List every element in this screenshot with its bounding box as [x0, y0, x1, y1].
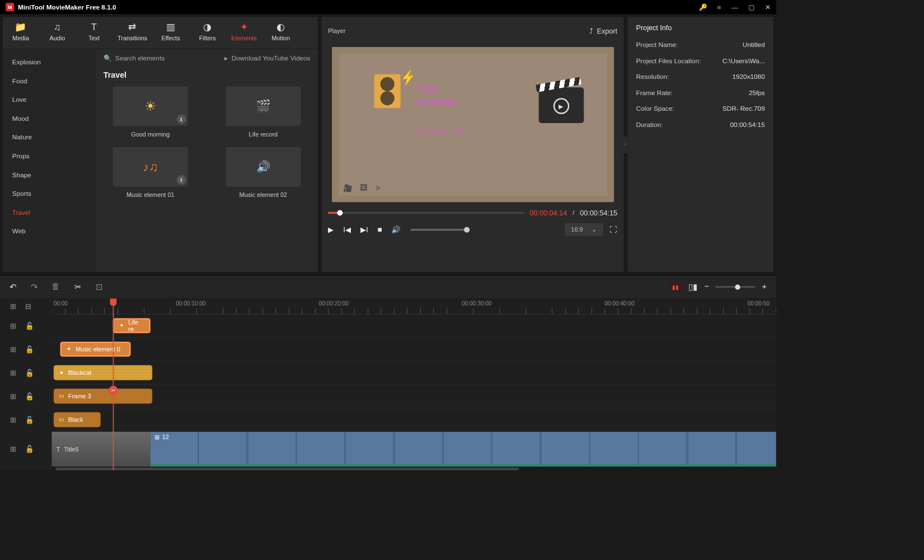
fullscreen-button[interactable]: ⛶	[609, 225, 617, 234]
clip-video-12[interactable]: ⊞12	[151, 432, 776, 467]
time-ruler[interactable]: 00:00 00:00:10:00 00:00:20:00 00:00:30:0…	[51, 298, 776, 314]
category-props[interactable]: Props	[3, 147, 96, 166]
clip-frame3[interactable]: ▭Frame 3	[54, 389, 152, 404]
preview-viewport[interactable]: ⚡ Your text here Your text here ▶ 🎥 🖼 ⪢	[332, 47, 614, 202]
element-life-record[interactable]: 🎬 Life record	[216, 87, 310, 138]
tab-effects[interactable]: ▥Effects	[157, 22, 184, 42]
track-area[interactable]: 00:00 00:00:10:00 00:00:20:00 00:00:30:0…	[51, 298, 776, 470]
category-list[interactable]: Explosion Food Love Mood Nature Props Sh…	[3, 49, 96, 272]
star-icon: ✦	[118, 322, 125, 329]
category-food[interactable]: Food	[3, 72, 96, 91]
category-nature[interactable]: Nature	[3, 128, 96, 147]
collapse-tracks-icon[interactable]: ⊟	[25, 302, 31, 310]
zoom-out-button[interactable]: −	[704, 282, 709, 292]
timeline: ⊞ ⊟ ⊞🔓 ⊞🔓 ⊞🔓 ⊞🔓 ⊞🔓 ⊞🔓 00:00 00:00:10:00 …	[0, 298, 776, 470]
section-title: Travel	[104, 70, 311, 80]
tab-audio[interactable]: ♫Audio	[44, 22, 71, 42]
volume-icon[interactable]: 🔊	[391, 225, 401, 234]
play-button[interactable]: ▶	[328, 225, 334, 234]
tab-filters[interactable]: ◑Filters	[194, 22, 221, 42]
clip-life-record[interactable]: ✦Life re	[113, 318, 151, 333]
zoom-in-button[interactable]: +	[762, 282, 767, 292]
chevron-down-icon: ⌄	[592, 226, 597, 233]
tab-motion[interactable]: ◐Motion	[268, 22, 294, 42]
tab-media[interactable]: 📁Media	[7, 22, 34, 42]
snap-button[interactable]: ▯▮	[688, 282, 698, 292]
minimize-icon[interactable]: —	[731, 3, 738, 11]
maximize-icon[interactable]: ▢	[748, 3, 754, 11]
split-indicator-icon: ✂	[109, 386, 118, 396]
track-head-ruler: ⊞ ⊟	[0, 298, 51, 314]
category-sports[interactable]: Sports	[3, 184, 96, 203]
app-title: MiniTool MovieMaker Free 8.1.0	[18, 3, 116, 11]
download-icon[interactable]: ⬇	[177, 115, 186, 124]
playback-progress[interactable]	[328, 211, 524, 213]
add-track-icon[interactable]: ⊞	[10, 302, 16, 310]
close-icon[interactable]: ✕	[765, 3, 771, 11]
clip-music-element[interactable]: ✦Music element 0	[60, 342, 131, 357]
aspect-ratio-select[interactable]: 16:9 ⌄	[565, 223, 603, 236]
clip-blackcat[interactable]: ●Blackcat	[54, 365, 152, 380]
collapse-info-button[interactable]: ›	[623, 136, 627, 153]
player-label: Player	[328, 27, 345, 34]
playhead[interactable]: ✂	[113, 298, 114, 470]
film-icon: ⊞	[154, 434, 160, 441]
unlock-icon[interactable]: 🔓	[25, 345, 34, 354]
split-button[interactable]: ✂	[74, 282, 82, 292]
category-shape[interactable]: Shape	[3, 166, 96, 185]
category-travel[interactable]: Travel	[3, 203, 96, 222]
frame-icon: ▭	[58, 392, 65, 399]
tab-transitions[interactable]: ⇄Transitions	[118, 22, 147, 42]
stop-button[interactable]: ■	[377, 225, 382, 234]
unlock-icon[interactable]: 🔓	[25, 416, 34, 424]
export-button[interactable]: ⤴ Export	[589, 26, 617, 34]
category-mood[interactable]: Mood	[3, 109, 96, 128]
key-icon[interactable]: 🔑	[699, 3, 707, 11]
prev-frame-button[interactable]: I◀	[343, 225, 351, 234]
element-music-01[interactable]: ♪♫⬇ Music element 01	[104, 147, 198, 199]
category-web[interactable]: Web	[3, 222, 96, 241]
next-frame-button[interactable]: ▶I	[360, 225, 368, 234]
timeline-scrollbar[interactable]	[51, 467, 776, 470]
preview-text-1: Your text here	[418, 83, 457, 108]
crop-button[interactable]: ⊡	[96, 282, 103, 292]
elements-area: 🔍 Search elements ▸ Download YouTube Vid…	[96, 49, 317, 272]
volume-slider[interactable]	[410, 229, 467, 230]
category-explosion[interactable]: Explosion	[3, 53, 96, 72]
category-love[interactable]: Love	[3, 90, 96, 109]
unlock-icon[interactable]: 🔓	[25, 322, 34, 330]
menu-icon[interactable]: ≡	[717, 3, 721, 11]
video-track[interactable]: TTitle5 ⊞12	[51, 432, 776, 467]
track-head-video: ⊞🔓	[0, 432, 51, 467]
video-icon: ⊞	[10, 445, 16, 453]
unlock-icon[interactable]: 🔓	[25, 392, 34, 401]
sound-lines: ⚡	[398, 68, 417, 86]
auto-fit-button[interactable]: ▮▮	[669, 282, 682, 292]
download-icon[interactable]: ⬇	[177, 175, 186, 185]
zoom-slider[interactable]	[716, 286, 756, 288]
track-head-1: ⊞🔓	[0, 314, 51, 338]
library-panel: 📁Media ♫Audio TText ⇄Transitions ▥Effect…	[3, 17, 318, 272]
frame-icon: ▭	[58, 416, 65, 423]
redo-button[interactable]: ↷	[31, 282, 38, 292]
preview-text-2: Your text here	[418, 126, 466, 137]
delete-button[interactable]: 🗑	[51, 282, 60, 292]
tab-text[interactable]: TText	[81, 22, 107, 42]
share-icon[interactable]: ⪢	[375, 183, 382, 192]
youtube-icon: ▸	[224, 54, 228, 62]
clip-title5[interactable]: TTitle5	[51, 432, 150, 467]
project-info-panel: › Project Info Project Name:Untitled Pro…	[627, 17, 773, 272]
video-icon: ⊞	[10, 345, 16, 354]
speaker-element	[374, 74, 400, 108]
search-input[interactable]: 🔍 Search elements	[104, 54, 165, 62]
download-youtube-link[interactable]: ▸ Download YouTube Videos	[224, 54, 310, 62]
tab-elements[interactable]: ✦Elements	[231, 22, 257, 42]
image-icon[interactable]: 🖼	[360, 183, 367, 192]
unlock-icon[interactable]: 🔓	[25, 445, 34, 453]
clip-black[interactable]: ▭Black	[54, 412, 101, 427]
element-music-02[interactable]: 🔊 Music element 02	[216, 147, 310, 199]
element-good-morning[interactable]: ☀⬇ Good morning	[104, 87, 198, 138]
unlock-icon[interactable]: 🔓	[25, 369, 34, 377]
camera-icon[interactable]: 🎥	[343, 183, 353, 192]
undo-button[interactable]: ↶	[10, 282, 17, 292]
